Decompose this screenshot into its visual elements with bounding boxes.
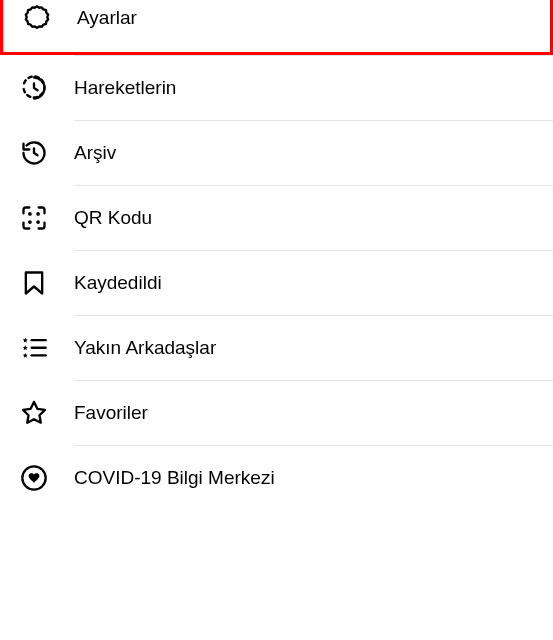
menu-item-label: Ayarlar (77, 7, 137, 29)
svg-point-0 (28, 212, 32, 216)
settings-icon (23, 4, 51, 32)
menu-item-label: Yakın Arkadaşlar (74, 337, 216, 359)
menu-item-archive[interactable]: Arşiv (0, 121, 553, 185)
bookmark-icon (20, 269, 48, 297)
covid-heart-icon (20, 464, 48, 492)
svg-point-1 (36, 212, 40, 216)
menu-item-label: Hareketlerin (74, 77, 176, 99)
activity-icon (20, 74, 48, 102)
svg-point-2 (28, 220, 32, 224)
svg-point-3 (36, 220, 40, 224)
menu-item-label: Arşiv (74, 142, 116, 164)
menu-item-activity[interactable]: Hareketlerin (0, 56, 553, 120)
menu-item-label: Kaydedildi (74, 272, 162, 294)
menu-item-label: COVID-19 Bilgi Merkezi (74, 467, 275, 489)
menu-item-close-friends[interactable]: Yakın Arkadaşlar (0, 316, 553, 380)
star-icon (20, 399, 48, 427)
menu-item-qrcode[interactable]: QR Kodu (0, 186, 553, 250)
archive-icon (20, 139, 48, 167)
menu-item-settings[interactable]: Ayarlar (3, 0, 550, 52)
close-friends-icon (20, 334, 48, 362)
menu-item-label: Favoriler (74, 402, 148, 424)
menu-item-label: QR Kodu (74, 207, 152, 229)
menu-item-favorites[interactable]: Favoriler (0, 381, 553, 445)
highlighted-row: Ayarlar (0, 0, 553, 55)
profile-menu-list: Ayarlar Hareketlerin Arşiv (0, 0, 553, 510)
qrcode-icon (20, 204, 48, 232)
menu-item-covid-info[interactable]: COVID-19 Bilgi Merkezi (0, 446, 553, 510)
menu-item-saved[interactable]: Kaydedildi (0, 251, 553, 315)
